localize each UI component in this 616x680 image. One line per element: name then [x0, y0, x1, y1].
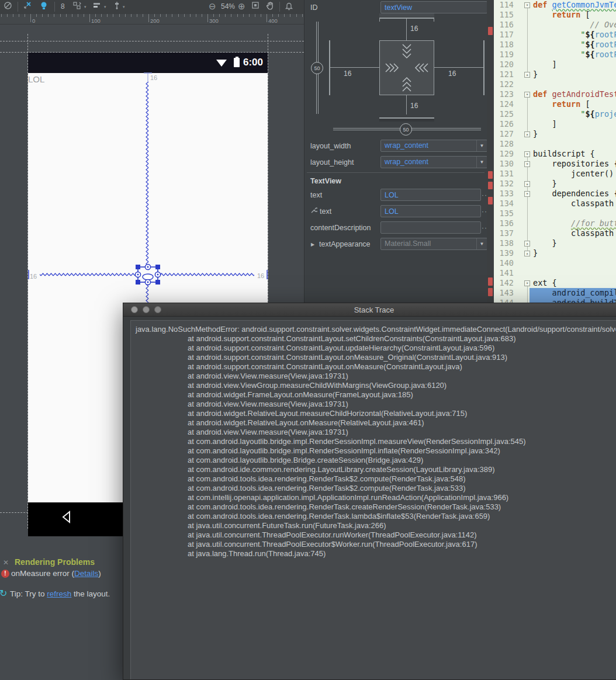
ruler-tick	[302, 14, 303, 17]
code-text: //for butterknife	[533, 218, 616, 228]
code-text: }	[533, 179, 557, 189]
fold-marker-icon[interactable]: ▾	[524, 92, 530, 98]
error-stripe-mark[interactable]	[488, 277, 493, 286]
fold-marker-icon[interactable]: ▾	[524, 280, 530, 286]
editor-line[interactable]: 120 ]	[494, 60, 616, 70]
chevron-down-icon[interactable]: ▼	[476, 238, 487, 249]
close-icon[interactable]: ✕	[3, 558, 9, 567]
editor-line[interactable]: 116 // Override	[494, 20, 616, 30]
fold-marker-icon[interactable]: ▴	[524, 251, 530, 256]
pack-selection-icon[interactable]	[72, 1, 82, 10]
autoconnect-off-icon[interactable]	[23, 1, 33, 10]
ruler-tick	[19, 14, 19, 17]
guidelines-icon[interactable]	[113, 1, 121, 11]
constraint-inspector[interactable]: 16 16 16 16 50 50	[304, 11, 487, 138]
fold-marker-icon[interactable]: ▾	[524, 2, 530, 8]
editor-line[interactable]: 115 return [	[494, 10, 616, 20]
editor-line[interactable]: 126 ]	[494, 119, 616, 129]
ruler-tick	[231, 14, 231, 17]
constraint-margin-left[interactable]: 16	[344, 70, 351, 78]
ruler-tick	[213, 14, 214, 17]
constraint-margin-bottom[interactable]: 16	[410, 102, 418, 110]
ruler-label: 200	[150, 18, 160, 24]
chevron-down-icon[interactable]: ▼	[476, 157, 487, 168]
editor-line[interactable]: 118 "${rootProject	[494, 40, 616, 50]
error-stripe-mark[interactable]	[488, 288, 493, 296]
editor-line[interactable]: 128	[494, 139, 616, 149]
editor-line[interactable]: 136 //for butterknife	[494, 218, 616, 228]
design-text-input[interactable]	[380, 205, 481, 217]
design-surface-icon[interactable]	[4, 1, 12, 10]
guidelines-dropdown-caret[interactable]: ▾	[123, 5, 125, 9]
editor-line[interactable]: 137 classpath	[494, 228, 616, 238]
layout-width-dropdown[interactable]: wrap_content▼	[380, 140, 487, 152]
error-stripe-mark[interactable]	[488, 182, 493, 189]
window-title-bar[interactable]: Stack Trace	[123, 303, 616, 317]
editor-line[interactable]: 130▾ repositories {	[494, 159, 616, 169]
refresh-icon: ↻	[0, 588, 7, 599]
ruler-tick	[113, 14, 113, 17]
pack-dropdown-caret[interactable]: ▾	[84, 5, 86, 9]
fold-marker-icon[interactable]: ▴	[524, 131, 530, 137]
editor-line[interactable]: 131 jcenter()	[494, 169, 616, 179]
pan-hand-icon[interactable]	[266, 1, 275, 11]
constraint-widget-box[interactable]	[379, 40, 434, 95]
editor-line[interactable]: 125 "${project	[494, 109, 616, 119]
editor-line[interactable]: 117 "${rootProject	[494, 30, 616, 40]
editor-line[interactable]: 123▾def getAndroidTestDe	[494, 89, 616, 99]
stack-trace-content[interactable]: java.lang.NoSuchMethodError: android.sup…	[130, 320, 616, 680]
code-text: ]	[533, 60, 557, 70]
constraint-margin-right[interactable]: 16	[448, 70, 456, 78]
error-stripe-mark[interactable]	[488, 197, 493, 204]
inference-lightbulb-icon[interactable]	[40, 1, 48, 11]
default-margins-button[interactable]: 8	[61, 2, 65, 11]
margin-top-label: 16	[150, 74, 157, 81]
ruler-tick	[296, 14, 297, 17]
stack-trace-window[interactable]: Stack Trace java.lang.NoSuchMethodError:…	[123, 303, 616, 680]
editor-line[interactable]: 122	[494, 79, 616, 89]
chevron-down-icon[interactable]: ▼	[476, 140, 487, 151]
editor-line[interactable]: 140	[494, 258, 616, 268]
editor-line[interactable]: 133▾ dependencies {	[494, 189, 616, 199]
editor-line[interactable]: 143 android_compileSdk	[494, 288, 616, 298]
align-icon[interactable]	[92, 1, 102, 10]
editor-line[interactable]: 127▴}	[494, 129, 616, 139]
editor-line[interactable]: 135	[494, 209, 616, 218]
fold-marker-icon[interactable]: ▾	[524, 191, 530, 197]
editor-line[interactable]: 114▾def getCommonJvmTest	[494, 0, 616, 10]
text-appearance-dropdown[interactable]: Material.Small▼	[380, 238, 487, 250]
fold-marker-icon[interactable]: ▴	[524, 241, 530, 247]
details-link[interactable]: Details	[74, 569, 98, 578]
zoom-in-button[interactable]: ⊕	[238, 1, 245, 12]
editor-line[interactable]: 121▴}	[494, 70, 616, 79]
horizontal-bias-value[interactable]: 50	[400, 123, 412, 136]
editor-line[interactable]: 119 "${rootProject	[494, 50, 616, 60]
constraint-margin-top[interactable]: 16	[410, 25, 418, 33]
notifications-bell-icon[interactable]	[285, 1, 293, 11]
zoom-out-button[interactable]: ⊖	[209, 1, 216, 12]
editor-line[interactable]: 139▴}	[494, 248, 616, 258]
vertical-bias-value[interactable]: 50	[311, 62, 323, 74]
editor-line[interactable]: 141	[494, 268, 616, 278]
layout-height-dropdown[interactable]: wrap_content▼	[380, 156, 487, 168]
fold-marker-icon[interactable]: ▴	[524, 72, 530, 78]
fold-marker-icon[interactable]: ▾	[524, 151, 530, 157]
fold-marker-icon[interactable]: ▴	[524, 181, 530, 187]
fold-marker-icon[interactable]: ▾	[524, 161, 530, 167]
error-stripe-mark[interactable]	[488, 171, 493, 179]
expand-arrow-icon[interactable]: ▶	[311, 242, 314, 247]
editor-line[interactable]: 134 classpath	[494, 199, 616, 209]
editor-line[interactable]: 124 return [	[494, 99, 616, 109]
content-description-input[interactable]	[380, 221, 481, 234]
text-input[interactable]	[380, 189, 481, 201]
nav-back-icon[interactable]	[61, 510, 71, 524]
error-stripe-mark[interactable]	[488, 27, 493, 35]
editor-line[interactable]: 129▾buildscript {	[494, 149, 616, 159]
editor-line[interactable]: 142▾ext {	[494, 278, 616, 288]
align-dropdown-caret[interactable]: ▾	[104, 5, 106, 9]
refresh-link[interactable]: refresh	[47, 589, 71, 598]
editor-line[interactable]: 138▴ }	[494, 238, 616, 248]
line-number: 114	[494, 0, 514, 10]
zoom-to-fit-icon[interactable]	[251, 1, 259, 9]
editor-line[interactable]: 132▴ }	[494, 179, 616, 189]
